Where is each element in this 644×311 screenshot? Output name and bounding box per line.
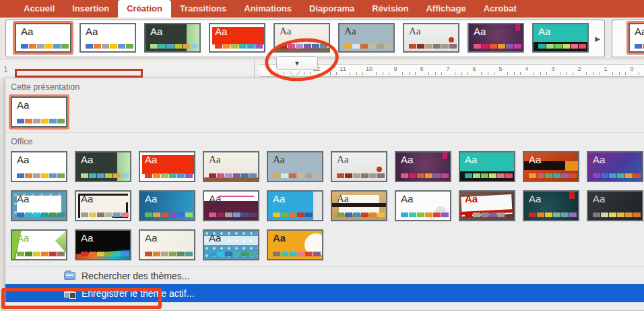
theme-aa-label: Aa [280,26,292,37]
ribbon-tab[interactable]: Accueil [15,0,63,18]
menu-item-label: Enregistrer le thème actif... [82,288,194,299]
theme-thumbnail[interactable]: Aa [11,151,67,182]
theme-thumbnail[interactable]: Aa [209,23,265,53]
ruler-number: 11 [340,65,346,72]
theme-color-swatches [81,213,129,217]
theme-thumbnail[interactable]: Aa [338,23,395,53]
theme-aa-label: Aa [273,232,286,244]
theme-thumbnail[interactable]: Aa [144,23,201,53]
theme-thumbnail[interactable]: Aa [139,190,195,221]
theme-thumbnail[interactable]: Aa [395,151,451,182]
theme-color-swatches [401,173,449,178]
ribbon-tab[interactable]: Révision [363,0,417,18]
theme-aa-label: Aa [529,154,541,165]
theme-aa-label: Aa [344,26,356,37]
theme-aa-label: Aa [401,193,413,204]
theme-color-swatches [635,44,644,49]
theme-thumbnail[interactable]: Aa [532,23,589,53]
theme-thumbnail[interactable]: Aa [459,151,515,182]
theme-color-swatches [209,173,257,178]
ribbon-tab[interactable]: Transitions [171,0,235,18]
pane-splitter[interactable] [254,60,255,78]
ribbon-tab[interactable]: Création [118,0,171,18]
ruler-number: 9 [393,65,397,72]
theme-color-swatches [215,44,263,49]
theme-color-swatches [465,173,513,178]
theme-thumbnail[interactable]: Aa [139,229,195,260]
theme-thumbnail[interactable]: Aa [523,190,579,221]
theme-thumbnail[interactable]: Aa [11,190,67,221]
gallery-more-arrow-icon[interactable]: ▶ [595,35,600,43]
theme-aa-label: Aa [21,26,33,37]
theme-color-swatches [81,173,129,178]
theme-thumbnail[interactable]: Aa [75,190,131,221]
theme-thumbnail[interactable]: Aa [331,151,387,182]
theme-color-swatches [145,213,193,217]
theme-aa-label: Aa [401,154,413,165]
theme-aa-label: Aa [273,154,285,165]
theme-color-swatches [280,44,327,49]
theme-thumbnail[interactable]: Aa [267,151,323,182]
dropdown-menu: Rechercher des thèmes... Enregistrer le … [5,266,644,302]
red-corner [569,192,575,199]
ribbon-tab[interactable]: Insertion [63,0,118,18]
menu-item-save-current-theme[interactable]: Enregistrer le thème actif... [5,284,644,302]
theme-thumbnail[interactable]: Aa [587,190,643,221]
theme-thumbnail[interactable]: Aa [11,229,67,260]
theme-thumbnail[interactable]: Aa [11,96,67,128]
theme-color-swatches [150,44,198,49]
theme-color-swatches [209,213,257,217]
theme-thumbnail[interactable]: Aa [629,23,644,53]
theme-aa-label: Aa [81,193,93,204]
theme-color-swatches [529,173,577,178]
theme-aa-label: Aa [538,26,550,37]
theme-aa-label: Aa [593,193,605,204]
theme-thumbnail[interactable]: Aa [79,23,136,53]
theme-thumbnail[interactable]: Aa [587,151,643,182]
theme-color-swatches [474,44,521,49]
section-header-this-presentation: Cette présentation [5,78,644,94]
theme-aa-label: Aa [474,26,486,37]
theme-thumbnail[interactable]: Aa [468,23,524,53]
theme-thumbnail[interactable]: Aa [267,229,323,260]
theme-thumbnail[interactable]: Aa [273,23,330,53]
theme-thumbnail[interactable]: Aa [15,23,71,53]
theme-color-swatches [81,252,129,256]
theme-thumbnail[interactable]: Aa [203,151,259,182]
theme-color-swatches [145,173,193,178]
themes-gallery-more-button[interactable]: ▼ [276,56,318,70]
red-dot [449,37,454,43]
theme-aa-label: Aa [593,154,605,165]
ribbon-tab[interactable]: Animations [235,0,300,18]
theme-color-swatches [337,213,385,217]
theme-thumbnail[interactable]: Aa [267,190,323,221]
theme-thumbnail[interactable]: Aa [203,229,259,260]
theme-thumbnail[interactable]: Aa [139,151,195,182]
theme-thumbnail[interactable]: Aa [75,229,131,260]
ruler-number: 6 [472,65,476,72]
theme-thumbnail[interactable]: Aa [403,23,459,53]
theme-thumbnail[interactable]: Aa [523,151,579,182]
ruler-number: 1 [604,65,607,72]
theme-color-swatches [209,252,257,256]
ribbon-tab[interactable]: Diaporama [300,0,363,18]
theme-thumbnail[interactable]: Aa [75,151,131,182]
theme-color-swatches [273,173,321,178]
theme-color-swatches [337,173,385,178]
theme-color-swatches [21,44,69,49]
theme-thumbnail[interactable]: Aa [395,190,451,221]
theme-aa-label: Aa [17,193,29,204]
folder-icon [64,272,75,280]
selected-slide-thumbnail-border[interactable] [15,69,143,78]
theme-aa-label: Aa [209,193,221,204]
menu-item-label: Rechercher des thèmes... [82,271,189,281]
ruler-number: 7 [446,65,449,72]
menu-item-browse-themes[interactable]: Rechercher des thèmes... [5,267,644,284]
theme-thumbnail[interactable]: Aa [331,190,387,221]
theme-aa-label: Aa [337,193,349,204]
theme-aa-label: Aa [17,154,29,165]
ribbon-tab[interactable]: Acrobat [475,0,525,18]
theme-thumbnail[interactable]: Aa [459,190,515,221]
ribbon-tab[interactable]: Affichage [417,0,474,18]
theme-thumbnail[interactable]: Aa [203,190,259,221]
